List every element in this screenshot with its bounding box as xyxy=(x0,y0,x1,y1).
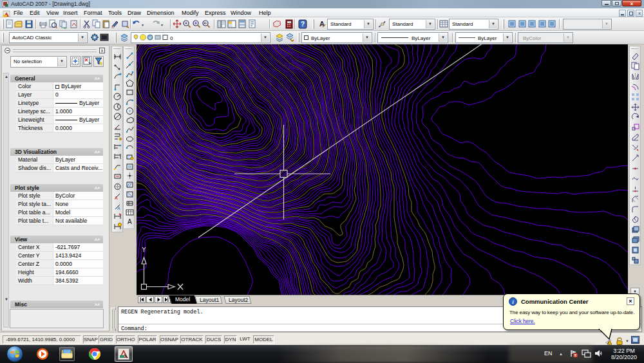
svg-text:A: A xyxy=(128,218,132,225)
svg-text:A: A xyxy=(117,206,120,210)
svg-text:?: ? xyxy=(301,21,305,28)
svg-text:A: A xyxy=(115,196,118,200)
